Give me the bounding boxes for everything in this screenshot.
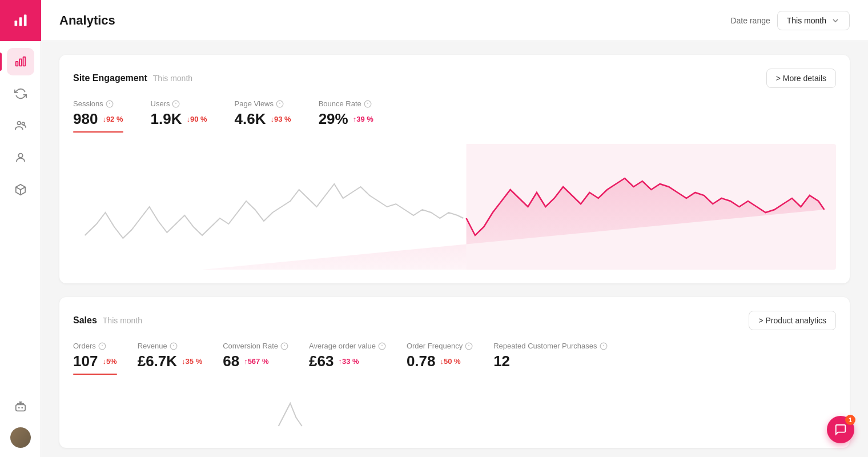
card-header-sales: Sales This month > Product analytics (73, 311, 836, 330)
sales-subtitle: This month (103, 316, 142, 325)
users-value: 1.9K (151, 110, 182, 128)
svg-point-7 (22, 122, 25, 125)
users-change: ↓90 % (186, 115, 207, 123)
chat-badge: 1 (845, 415, 855, 425)
metric-sessions: Sessions 980 ↓92 % (73, 99, 123, 133)
bounce-rate-value-row: 29% ↑39 % (319, 110, 373, 128)
revenue-label: Revenue (138, 342, 203, 350)
metric-order-freq: Order Frequency 0.78 ↓50 % (407, 342, 473, 375)
user-icon (14, 151, 27, 164)
svg-point-8 (18, 154, 22, 158)
logo-button[interactable] (0, 0, 41, 41)
sessions-underline (73, 131, 123, 133)
sessions-value: 980 (73, 110, 98, 128)
cube-icon (14, 183, 27, 196)
svg-point-10 (18, 407, 19, 408)
site-engagement-subtitle: This month (153, 74, 192, 83)
svg-rect-1 (19, 17, 22, 26)
order-freq-label: Order Frequency (407, 342, 473, 350)
bot-icon (14, 400, 27, 413)
product-analytics-button[interactable]: > Product analytics (749, 311, 836, 330)
site-engagement-card: Site Engagement This month > More detail… (59, 55, 850, 283)
sessions-value-row: 980 ↓92 % (73, 110, 123, 128)
svg-point-6 (17, 122, 21, 125)
sidebar (0, 0, 41, 457)
sidebar-item-cube[interactable] (7, 176, 34, 203)
info-icon-cr (280, 342, 288, 350)
info-icon-orders (98, 342, 106, 350)
page-views-value: 4.6K (235, 110, 266, 128)
info-icon-aov (378, 342, 386, 350)
sales-card: Sales This month > Product analytics Ord… (59, 297, 850, 448)
svg-rect-3 (15, 62, 18, 66)
orders-value: 107 (73, 352, 98, 370)
info-icon-rcp (600, 342, 608, 350)
avg-order-value-row: £63 ↑33 % (309, 352, 386, 370)
info-icon-br (364, 100, 372, 108)
sessions-change: ↓92 % (102, 115, 123, 123)
page-title: Analytics (59, 13, 730, 28)
order-freq-change: ↓50 % (440, 357, 461, 366)
bounce-rate-change: ↑39 % (353, 115, 373, 123)
avatar[interactable] (10, 427, 31, 448)
repeat-purchases-value-row: 12 (493, 352, 607, 370)
svg-rect-5 (23, 57, 25, 66)
svg-rect-4 (19, 59, 22, 66)
sales-title-group: Sales This month (73, 315, 142, 326)
users-label: Users (151, 99, 207, 108)
conversion-rate-change: ↑567 % (244, 357, 268, 366)
page-views-change: ↓93 % (271, 115, 291, 123)
refresh-icon (14, 87, 27, 100)
sidebar-bottom (7, 393, 34, 457)
chat-bubble-button[interactable]: 1 (827, 416, 854, 443)
header: Analytics Date range This month (41, 0, 868, 41)
date-range-value: This month (787, 16, 826, 25)
revenue-value: £6.7K (138, 352, 177, 370)
engagement-metrics-row: Sessions 980 ↓92 % Users (73, 99, 836, 133)
info-icon-of (465, 342, 473, 350)
users-value-row: 1.9K ↓90 % (151, 110, 207, 128)
svg-rect-9 (15, 404, 25, 411)
metric-revenue: Revenue £6.7K ↓35 % (138, 342, 203, 375)
avatar-image (10, 427, 31, 448)
metric-page-views: Page Views 4.6K ↓93 % (235, 99, 291, 133)
engagement-chart (73, 144, 836, 270)
order-freq-value-row: 0.78 ↓50 % (407, 352, 473, 370)
engagement-chart-svg (73, 144, 836, 270)
repeat-purchases-value: 12 (493, 352, 510, 370)
metric-orders: Orders 107 ↓5% (73, 342, 117, 375)
orders-value-row: 107 ↓5% (73, 352, 117, 370)
sidebar-item-analytics[interactable] (7, 48, 34, 75)
page-views-value-row: 4.6K ↓93 % (235, 110, 291, 128)
sales-mini-chart (73, 386, 836, 432)
orders-change: ↓5% (102, 357, 116, 366)
repeat-purchases-label: Repeated Customer Purchases (493, 342, 607, 350)
chevron-down-icon (831, 16, 840, 25)
card-title-group: Site Engagement This month (73, 73, 192, 83)
info-icon-pv (276, 100, 284, 108)
info-icon-revenue (170, 342, 178, 350)
metric-avg-order: Average order value £63 ↑33 % (309, 342, 386, 375)
sidebar-item-audience[interactable] (7, 112, 34, 139)
bar-chart-icon (14, 55, 27, 68)
sidebar-item-refresh[interactable] (7, 80, 34, 107)
metric-bounce-rate: Bounce Rate 29% ↑39 % (319, 99, 373, 133)
sales-title: Sales (73, 315, 97, 326)
avg-order-value: £63 (309, 352, 333, 370)
info-icon-users (172, 100, 180, 108)
more-details-button[interactable]: > More details (766, 69, 836, 88)
date-range-select[interactable]: This month (777, 11, 850, 30)
date-range-label: Date range (730, 16, 770, 25)
sidebar-item-user[interactable] (7, 144, 34, 171)
page-views-label: Page Views (235, 99, 291, 108)
sidebar-nav (7, 41, 34, 393)
svg-point-11 (21, 407, 23, 408)
order-freq-value: 0.78 (407, 352, 436, 370)
info-icon (106, 100, 114, 108)
svg-rect-2 (23, 15, 26, 26)
avg-order-label: Average order value (309, 342, 386, 350)
revenue-change: ↓35 % (182, 357, 202, 366)
metric-users: Users 1.9K ↓90 % (151, 99, 207, 133)
sidebar-item-bot[interactable] (7, 393, 34, 420)
chat-icon (834, 423, 847, 436)
